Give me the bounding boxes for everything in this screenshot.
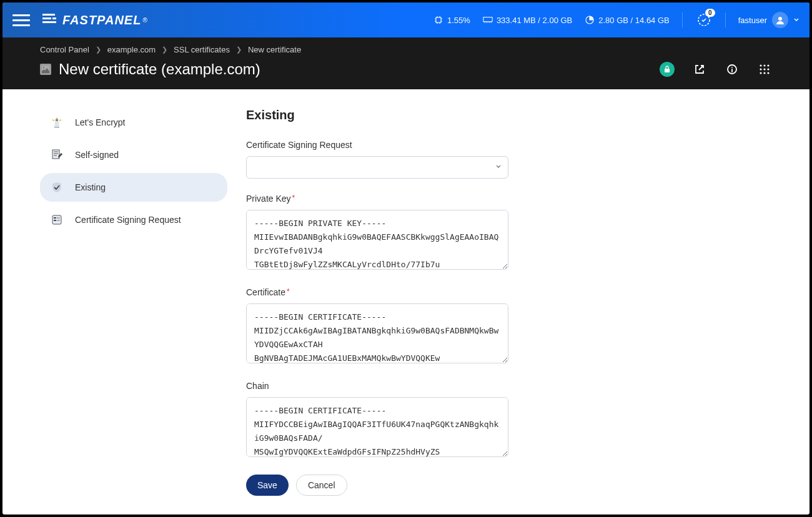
divider: [725, 12, 726, 27]
form-heading: Existing: [246, 108, 508, 122]
svg-rect-3: [42, 21, 56, 23]
ram-icon: [483, 15, 493, 25]
nav-item-self-signed[interactable]: Self-signed: [40, 140, 227, 169]
svg-rect-2: [52, 17, 56, 19]
lighthouse-icon: [50, 116, 64, 129]
svg-rect-25: [54, 217, 56, 219]
svg-point-13: [760, 64, 761, 66]
svg-rect-28: [57, 220, 60, 221]
page-title: New certificate (example.com): [40, 61, 260, 78]
chevron-down-icon: [793, 17, 800, 23]
avatar-icon: [772, 12, 788, 28]
notification-badge: 0: [705, 9, 715, 17]
disk-value: 2.80 GB / 14.64 GB: [598, 16, 669, 25]
disk-stat: 2.80 GB / 14.64 GB: [585, 15, 669, 25]
svg-point-16: [760, 68, 761, 70]
chain-label: Chain: [246, 381, 508, 391]
cpu-value: 1.55%: [447, 16, 470, 25]
external-link-icon[interactable]: [692, 62, 707, 77]
private-key-label: Private Key*: [246, 194, 508, 204]
svg-rect-0: [42, 14, 55, 16]
nav-label: Self-signed: [75, 150, 119, 160]
nav-label: Existing: [75, 182, 106, 192]
svg-rect-26: [57, 217, 60, 219]
svg-rect-1: [42, 17, 51, 19]
svg-rect-22: [56, 119, 58, 121]
chevron-right-icon: ❯: [96, 46, 101, 54]
chain-input[interactable]: [246, 397, 508, 457]
svg-rect-5: [483, 17, 492, 22]
save-button[interactable]: Save: [246, 475, 289, 496]
breadcrumb: Control Panel ❯ example.com ❯ SSL certif…: [40, 45, 772, 54]
notifications-button[interactable]: 0: [695, 11, 713, 29]
lock-action-icon[interactable]: [660, 62, 675, 77]
info-icon[interactable]: [725, 62, 740, 77]
apps-grid-icon[interactable]: [757, 62, 772, 77]
ram-value: 333.41 MB / 2.00 GB: [497, 16, 572, 25]
chevron-right-icon: ❯: [162, 46, 167, 54]
svg-point-10: [43, 67, 44, 68]
certificate-label: Certificate*: [246, 287, 508, 297]
hamburger-menu-icon[interactable]: [12, 11, 30, 29]
username-label: fastuser: [738, 16, 767, 25]
brand-text: FASTPANEL: [62, 13, 141, 27]
svg-point-21: [767, 72, 769, 74]
cpu-icon: [433, 15, 443, 25]
ram-stat: 333.41 MB / 2.00 GB: [483, 15, 572, 25]
private-key-input[interactable]: [246, 210, 508, 270]
sub-header: Control Panel ❯ example.com ❯ SSL certif…: [2, 37, 810, 89]
svg-point-8: [778, 17, 782, 21]
svg-point-20: [763, 72, 765, 74]
breadcrumb-item[interactable]: New certificate: [248, 45, 301, 54]
csr-label: Certificate Signing Request: [246, 140, 508, 150]
user-menu[interactable]: fastuser: [738, 12, 800, 28]
svg-point-15: [767, 64, 769, 66]
chevron-right-icon: ❯: [236, 46, 242, 54]
nav-item-lets-encrypt[interactable]: Let's Encrypt: [40, 108, 227, 137]
breadcrumb-item[interactable]: SSL certificates: [174, 45, 230, 54]
nav-item-existing[interactable]: Existing: [40, 173, 227, 202]
svg-point-18: [767, 68, 769, 70]
nav-label: Certificate Signing Request: [75, 215, 181, 225]
page-title-text: New certificate (example.com): [59, 61, 260, 78]
image-icon: [40, 64, 51, 75]
side-nav: Let's Encrypt Self-signed Existing Certi…: [40, 108, 227, 496]
nav-label: Let's Encrypt: [75, 117, 126, 127]
document-edit-icon: [50, 148, 64, 162]
svg-rect-27: [54, 220, 56, 221]
divider: [682, 12, 683, 27]
disk-icon: [585, 15, 595, 25]
main-content: Let's Encrypt Self-signed Existing Certi…: [2, 89, 810, 515]
cancel-button[interactable]: Cancel: [296, 475, 347, 496]
top-header: FASTPANEL® 1.55% 333.41 MB / 2.00 GB 2.8…: [2, 2, 810, 37]
cpu-stat: 1.55%: [433, 15, 470, 25]
svg-rect-4: [436, 17, 441, 22]
form-icon: [50, 213, 64, 227]
brand-logo[interactable]: FASTPANEL®: [42, 13, 148, 27]
svg-point-17: [763, 68, 765, 70]
form-area: Existing Certificate Signing Request Pri…: [246, 108, 508, 496]
certificate-input[interactable]: [246, 303, 508, 363]
breadcrumb-item[interactable]: example.com: [107, 45, 156, 54]
nav-item-csr[interactable]: Certificate Signing Request: [40, 205, 227, 234]
csr-select[interactable]: [246, 156, 508, 179]
svg-point-14: [763, 64, 765, 66]
svg-point-19: [760, 72, 761, 74]
svg-rect-11: [665, 69, 670, 72]
breadcrumb-item[interactable]: Control Panel: [40, 45, 89, 54]
shield-check-icon: [50, 180, 64, 194]
